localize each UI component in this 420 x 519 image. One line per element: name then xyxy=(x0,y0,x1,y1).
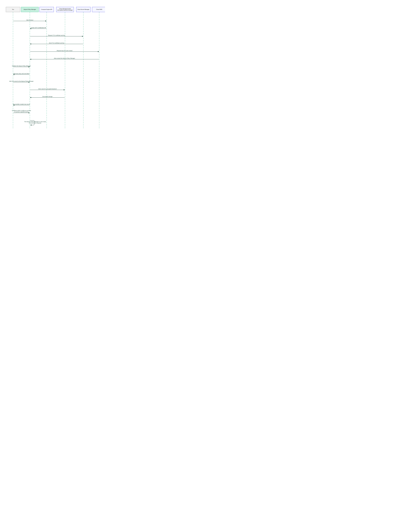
participant-label-csm: Cloud Secret Manager xyxy=(77,9,89,10)
message-label: Recovery keys and root token xyxy=(14,73,29,74)
message-label: The Anjuna Policy Manager is now readyto… xyxy=(24,121,46,124)
message-label: Store secret in encrypted backend xyxy=(38,88,57,90)
participant-label-you: You xyxy=(12,9,14,10)
message-label: Configure policy to allow an enclaveto a… xyxy=(12,110,31,113)
message-label: Request keys for auto-unseal xyxy=(57,50,72,51)
message-label: Auto-unseal the Anjuna Policy Manager xyxy=(54,58,75,59)
message-label: Request TLS certificate and key xyxy=(48,35,65,36)
message-label: Initialize the Anjuna Policy Manager xyxy=(12,65,31,67)
message-label: Successful storage xyxy=(42,96,52,97)
participant-label-gcs: Cloud Storage bucket(encrypted backend s… xyxy=(57,8,73,11)
message-label: Send TLS certificate and key xyxy=(49,42,64,44)
participant-label-apm: Anjuna Policy Manager xyxy=(24,9,36,10)
sequence-diagram: YouAnjuna Policy ManagerCompute Engine A… xyxy=(0,0,105,130)
participant-label-kms: Cloud KMS xyxy=(96,9,102,10)
message-label: Successfully created new secret xyxy=(13,104,30,105)
message-label: Create GCP Confidential VM xyxy=(30,27,46,28)
message-label: Start enclave xyxy=(26,19,33,21)
message-label: Add new secret to the Anjuna Policy Mana… xyxy=(9,81,34,82)
participant-label-gce: Compute Engine API xyxy=(41,9,52,10)
